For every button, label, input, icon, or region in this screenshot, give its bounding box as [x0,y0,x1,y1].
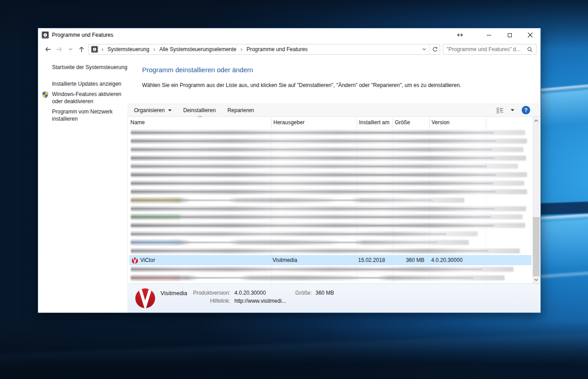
program-version: 4.0.20.30000 [431,257,463,263]
chevron-down-icon [534,279,538,281]
breadcrumb-item-systemsteuerung[interactable]: Systemsteuerung [107,46,150,52]
maximize-button[interactable] [499,28,520,42]
redacted-program-row[interactable] [130,221,532,230]
titlebar[interactable]: Programme und Features [38,28,540,42]
redacted-program-row[interactable] [130,238,532,247]
sidebar-task-pane: Startseite der Systemsteuerung Installie… [38,57,127,313]
redacted-program-row[interactable] [130,145,532,154]
visitmedia-logo [135,288,156,309]
app-icon [42,31,49,39]
size-label: Größe: [280,290,312,296]
sidebar-item-windows-features[interactable]: Windows-Features aktivieren oder deaktiv… [52,91,128,105]
arrow-left-icon [44,46,52,52]
address-location-icon [91,46,98,52]
column-header-groesse[interactable]: Größe [395,119,410,126]
address-bar[interactable]: › Systemsteuerung › Alle Systemsteuerung… [88,44,440,55]
repair-button[interactable]: Reparieren [227,107,254,113]
redacted-program-row[interactable] [130,170,532,179]
column-header-herausgeber[interactable]: Herausgeber [273,119,304,126]
redacted-program-row[interactable] [130,154,532,162]
sort-ascending-icon [198,115,202,118]
column-separator[interactable] [486,118,486,128]
size-value: 360 MB [316,290,334,296]
change-view-button[interactable] [497,107,504,113]
help-button[interactable]: ? [522,106,530,114]
chevron-down-icon[interactable] [510,109,514,112]
column-separator[interactable] [393,118,393,128]
command-toolbar: Organisieren Deinstallieren Reparieren [127,104,540,117]
back-button[interactable] [43,44,54,55]
vertical-scrollbar[interactable] [532,117,540,283]
wallpaper-shade [0,321,588,379]
product-version-label: Produktversion: [179,290,230,296]
breadcrumb-item-alle-elemente[interactable]: Alle Systemsteuerungselemente [158,46,237,52]
caption-buttons [450,28,540,42]
main-content: Programm deinstallieren oder ändern Wähl… [127,57,540,313]
breadcrumb-item-programme-und-features[interactable]: Programme und Features [246,46,309,52]
up-button[interactable] [76,44,87,55]
horizontal-resize-icon [457,32,463,38]
redacted-program-row[interactable] [130,187,532,196]
redacted-program-row[interactable] [130,205,532,213]
search-input[interactable]: "Programme und Features" d... [443,44,536,55]
details-pane: Visitmedia Produktversion: 4.0.20.30000 … [127,283,540,313]
minimize-button[interactable] [479,28,499,42]
redacted-program-row[interactable] [130,247,532,255]
program-icon [131,275,180,280]
redacted-program-row[interactable] [130,213,532,221]
search-placeholder: "Programme und Features" d... [446,46,527,52]
program-icon [131,240,180,245]
selected-program-row-victor[interactable]: ViCtor Visitmedia 15.02.2018 360 MB 4.0.… [130,255,532,265]
close-button[interactable] [520,28,540,42]
column-header-name[interactable]: Name [130,119,145,126]
forward-button[interactable] [54,44,65,55]
sidebar-item-startseite[interactable]: Startseite der Systemsteuerung [52,64,127,71]
program-list: ViCtor Visitmedia 15.02.2018 360 MB 4.0.… [130,128,532,283]
minimize-icon [487,35,491,35]
organize-button[interactable]: Organisieren [134,107,172,113]
refresh-icon [432,46,438,52]
column-header-version[interactable]: Version [432,119,450,126]
sidebar-item-programm-vom-netzwerk[interactable]: Programm vom Netzwerk installieren [52,109,128,122]
scroll-up-button[interactable] [532,117,540,124]
redacted-program-row[interactable] [130,179,532,187]
help-link-value[interactable]: http://www.visitmedi... [234,298,286,304]
chevron-right-icon: › [238,44,246,54]
redacted-program-row[interactable] [130,137,532,145]
redacted-program-row[interactable] [130,274,532,282]
column-separator[interactable] [357,118,357,128]
horizontal-resize-button[interactable] [450,28,470,42]
column-header-installiert-am[interactable]: Installiert am [359,119,389,126]
organize-label: Organisieren [134,107,165,113]
chevron-up-icon [534,119,538,122]
program-size: 360 MB [380,257,424,263]
window-title: Programme und Features [52,32,113,38]
program-publisher: Visitmedia [272,257,297,263]
address-dropdown-button[interactable] [419,44,429,54]
redacted-program-row[interactable] [130,162,532,170]
redacted-program-row[interactable] [130,196,532,205]
redacted-program-row[interactable] [130,128,532,137]
close-icon [527,32,533,38]
product-version-value: 4.0.20.30000 [234,290,266,296]
redacted-program-row[interactable] [130,265,532,274]
arrow-right-icon [56,46,63,52]
sidebar-item-installierte-updates[interactable]: Installierte Updates anzeigen [52,81,127,88]
uac-shield-icon [42,91,49,98]
column-separator[interactable] [271,118,272,128]
list-view-icon [497,107,504,113]
redacted-program-row[interactable] [130,230,532,238]
scrollbar-thumb[interactable] [533,217,540,276]
column-header-row: Name Herausgeber Installiert am Größe Ve… [130,117,532,128]
chevron-right-icon: › [150,44,158,54]
program-name: ViCtor [140,257,155,263]
scroll-down-button[interactable] [532,276,540,283]
column-separator[interactable] [429,118,430,128]
page-description: Wählen Sie ein Programm aus der Liste au… [142,82,461,88]
refresh-button[interactable] [429,44,440,54]
recent-pages-dropdown[interactable] [65,44,76,55]
navigation-bar: › Systemsteuerung › Alle Systemsteuerung… [38,42,540,57]
chevron-down-icon [422,48,426,51]
uninstall-button[interactable]: Deinstallieren [183,107,216,113]
arrow-up-icon [78,46,85,53]
